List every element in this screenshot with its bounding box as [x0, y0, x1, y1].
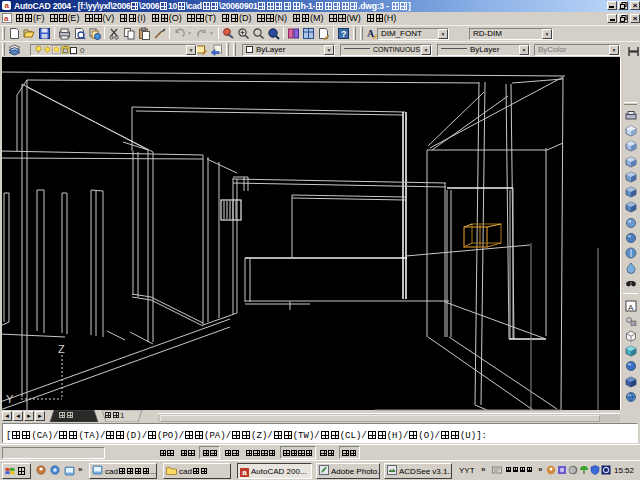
- svg-text:Y: Y: [6, 393, 14, 405]
- svg-text:Z: Z: [58, 343, 65, 355]
